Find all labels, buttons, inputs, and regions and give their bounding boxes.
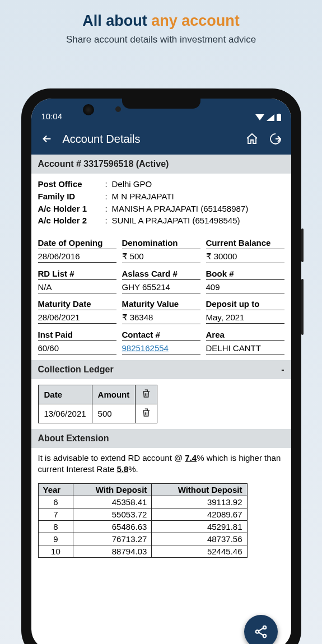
field-value: 409 <box>206 280 284 293</box>
ledger-heading-text: Collection Ledger <box>38 365 114 375</box>
status-icons <box>255 114 281 121</box>
promo-subtitle: Share account details with investment ad… <box>0 34 322 45</box>
field: Inst Paid60/60 <box>38 330 116 354</box>
promo-title: All about any account <box>0 12 322 30</box>
ledger-col-amount: Amount <box>92 385 136 404</box>
field-label: Contact # <box>122 330 200 341</box>
phone-frame: 10:04 Account Details Account # 33175965… <box>21 88 301 644</box>
field-value: 9825162554 <box>122 341 200 354</box>
post-office-value: Delhi GPO <box>112 178 284 190</box>
ledger-col-date: Date <box>38 385 92 404</box>
field-value: GHY 655214 <box>122 280 200 293</box>
collapse-toggle[interactable]: - <box>281 365 284 375</box>
field-value: 28/06/2016 <box>38 249 116 263</box>
holder2-label: A/c Holder 2 <box>38 214 105 227</box>
share-fab[interactable] <box>244 615 278 644</box>
field-value: N/A <box>38 280 116 293</box>
promo-banner: All about any account Share account deta… <box>0 0 322 45</box>
ledger-table: Date Amount 13/06/2021 500 <box>38 385 158 423</box>
page-title: Account Details <box>63 133 236 146</box>
extension-heading: About Extension <box>31 429 291 448</box>
ext-cell: 8 <box>38 520 73 533</box>
phone-camera <box>83 104 94 115</box>
signal-icon <box>267 114 274 121</box>
back-button[interactable] <box>39 131 55 147</box>
ext-col-with: With Deposit <box>73 483 152 496</box>
advice-rate2: 5.8 <box>116 464 128 474</box>
ext-col-without: Without Deposit <box>152 483 247 496</box>
field-label: Date of Opening <box>38 238 116 249</box>
field: Denomination₹ 500 <box>122 238 200 263</box>
logout-button[interactable] <box>268 131 283 147</box>
field-label: Denomination <box>122 238 200 249</box>
field-label: Maturity Date <box>38 299 116 310</box>
field: Deposit up toMay, 2021 <box>206 299 284 324</box>
status-time: 10:04 <box>41 111 63 121</box>
svg-rect-0 <box>277 114 281 121</box>
field-label: Maturity Value <box>122 299 200 310</box>
ext-cell: 6 <box>38 496 73 508</box>
promo-title-text: All about <box>82 12 151 29</box>
field-label: Current Balance <box>206 238 284 249</box>
post-office-label: Post Office <box>38 178 105 190</box>
ext-cell: 10 <box>38 545 73 557</box>
extension-table-wrap: Year With Deposit Without Deposit 645358… <box>31 480 291 558</box>
ledger-heading[interactable]: Collection Ledger - <box>31 360 291 379</box>
field: RD List #N/A <box>38 269 116 293</box>
ext-cell: 65486.63 <box>73 520 152 533</box>
account-heading-text: Account # 3317596518 (Active) <box>38 159 169 169</box>
ext-cell: 7 <box>38 508 73 520</box>
phone-side-button <box>301 228 304 262</box>
field-value: ₹ 36348 <box>122 310 200 324</box>
ext-cell: 45358.41 <box>73 496 152 508</box>
home-button[interactable] <box>244 131 260 147</box>
field-value: 60/60 <box>38 341 116 354</box>
app-bar: Account Details <box>31 123 291 155</box>
svg-rect-1 <box>278 114 280 115</box>
trash-icon[interactable] <box>141 408 151 418</box>
field: Current Balance₹ 30000 <box>206 238 284 263</box>
ext-row: 1088794.0352445.46 <box>38 545 247 557</box>
phone-screen: 10:04 Account Details Account # 33175965… <box>31 99 291 644</box>
field: Book #409 <box>206 269 284 293</box>
family-id-value: M N PRAJAPATI <box>112 190 284 203</box>
field: Aslass Card #GHY 655214 <box>122 269 200 293</box>
field-label: Area <box>206 330 284 341</box>
content-area[interactable]: Account # 3317596518 (Active) Post Offic… <box>31 155 291 644</box>
field-label: Deposit up to <box>206 299 284 310</box>
ext-cell: 52445.46 <box>152 545 247 557</box>
trash-icon[interactable] <box>141 389 151 399</box>
contact-link[interactable]: 9825162554 <box>122 343 169 353</box>
share-icon <box>254 624 268 639</box>
field: Maturity Value₹ 36348 <box>122 299 200 324</box>
field: Maturity Date28/06/2021 <box>38 299 116 324</box>
ext-col-year: Year <box>38 483 73 496</box>
logout-icon <box>269 132 282 146</box>
ext-cell: 9 <box>38 533 73 545</box>
holder1-label: A/c Holder 1 <box>38 203 105 215</box>
ledger-row: 13/06/2021 500 <box>38 404 157 423</box>
ledger-amount: 500 <box>92 404 136 423</box>
ledger-date: 13/06/2021 <box>38 404 92 423</box>
extension-heading-text: About Extension <box>38 433 109 444</box>
ext-cell: 42089.67 <box>152 508 247 520</box>
phone-notch <box>122 99 200 109</box>
ext-row: 645358.4139113.92 <box>38 496 247 508</box>
holder1-value: MANISH A PRAJAPATI (651458987) <box>112 203 284 215</box>
ext-cell: 76713.27 <box>73 533 152 545</box>
field-value: 28/06/2021 <box>38 310 116 324</box>
ext-cell: 88794.03 <box>73 545 152 557</box>
battery-icon <box>277 114 281 121</box>
field-value: DELHI CANTT <box>206 341 284 354</box>
field-value: ₹ 500 <box>122 249 200 263</box>
extension-advice: It is advisable to extend RD account @ 7… <box>31 448 291 480</box>
field-label: RD List # <box>38 269 116 280</box>
ext-cell: 48737.56 <box>152 533 247 545</box>
ext-row: 755053.7242089.67 <box>38 508 247 520</box>
field-value: ₹ 30000 <box>206 249 284 263</box>
field-label: Aslass Card # <box>122 269 200 280</box>
ext-row: 976713.2748737.56 <box>38 533 247 545</box>
wifi-icon <box>255 114 264 121</box>
field-value: May, 2021 <box>206 310 284 324</box>
phone-side-button <box>301 279 304 335</box>
